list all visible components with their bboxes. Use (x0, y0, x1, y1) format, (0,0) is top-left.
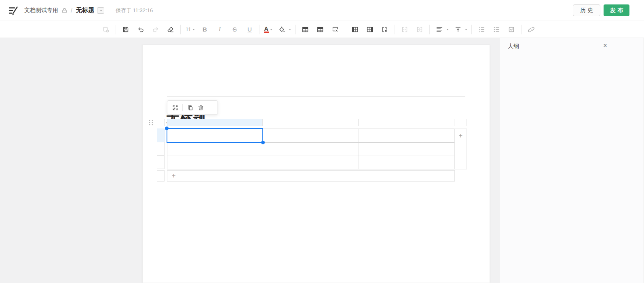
column-indicator-2[interactable] (262, 119, 359, 126)
publish-button[interactable]: 发 布 (604, 4, 629, 16)
fill-color-button[interactable] (276, 24, 291, 35)
italic-icon[interactable]: I (214, 24, 226, 35)
undo-icon[interactable] (135, 24, 146, 35)
selection-handle[interactable] (261, 141, 265, 144)
drag-handle-icon[interactable] (148, 119, 154, 128)
vertical-align-button[interactable] (452, 24, 467, 35)
app-logo-icon[interactable] (8, 5, 19, 16)
ordered-list-icon[interactable] (476, 24, 487, 35)
topbar: 文档测试专用 / 无标题 保存于 11:32:16 历 史 发 布 (0, 0, 644, 21)
toolbar-separator (345, 25, 345, 34)
align-button[interactable] (434, 24, 449, 35)
table-cell[interactable] (263, 143, 359, 156)
table-cell[interactable] (167, 129, 263, 143)
font-size-caret-icon (192, 29, 195, 30)
toolbar-separator (180, 25, 181, 34)
font-size-select[interactable]: 11 (185, 26, 196, 32)
insert-column-left-icon[interactable] (349, 24, 361, 35)
table-cell[interactable] (359, 129, 455, 143)
outline-title: 大纲 (508, 43, 519, 50)
document-menu-button[interactable] (97, 7, 104, 14)
breadcrumb-separator: / (71, 7, 72, 14)
toolbar-separator (260, 25, 260, 34)
insert-image-icon (100, 24, 112, 35)
plus-icon: + (459, 133, 462, 169)
bold-icon[interactable]: B (199, 24, 211, 35)
trash-icon[interactable] (195, 102, 206, 113)
column-indicator-add[interactable] (454, 119, 467, 126)
row-indicator-1[interactable] (157, 129, 165, 142)
underline-icon[interactable]: U (244, 24, 255, 35)
copy-icon[interactable] (185, 102, 195, 113)
redo-icon (150, 24, 161, 35)
fill-color-caret-icon (289, 29, 291, 30)
document-title[interactable]: 无标题 (76, 6, 94, 14)
font-size-value: 11 (186, 26, 191, 32)
table (167, 129, 455, 169)
close-icon[interactable]: × (601, 41, 610, 50)
text-color-icon: A (264, 26, 269, 33)
table-cell[interactable] (167, 156, 263, 169)
insert-row-below-icon[interactable] (315, 24, 326, 35)
split-cells-icon (414, 24, 425, 35)
plus-icon: + (172, 172, 175, 180)
vertical-align-top-icon (452, 24, 464, 35)
delete-row-icon[interactable] (329, 24, 341, 35)
lock-icon (62, 8, 67, 13)
document-page[interactable]: 无标题 (142, 44, 490, 283)
text-color-button[interactable]: A (264, 26, 272, 33)
toolbar-separator (395, 25, 395, 34)
table-cell[interactable] (359, 156, 455, 169)
row-indicator-add[interactable] (157, 170, 165, 182)
table-cell[interactable] (263, 129, 359, 143)
outline-divider (508, 56, 609, 56)
link-icon[interactable] (526, 24, 537, 35)
selection-handle[interactable] (165, 127, 169, 130)
table-cell[interactable] (167, 143, 263, 156)
bullet-list-icon[interactable] (491, 24, 502, 35)
align-left-icon (434, 24, 445, 35)
add-column-button[interactable]: + (454, 129, 467, 169)
merge-cells-icon (399, 24, 410, 35)
save-icon[interactable] (120, 24, 131, 35)
document-menu-caret-icon (100, 10, 102, 11)
float-toolbar-separator (182, 104, 183, 111)
format-toolbar: 11 B I S U A (0, 21, 644, 38)
table-select-all-corner[interactable] (157, 119, 165, 126)
table-cell[interactable] (263, 156, 359, 169)
clear-format-icon[interactable] (165, 24, 176, 35)
title-divider (167, 96, 465, 97)
toolbar-separator (429, 25, 430, 34)
toolbar-separator (471, 25, 472, 34)
expand-icon[interactable] (170, 102, 180, 113)
task-list-icon[interactable] (506, 24, 517, 35)
workspace-name[interactable]: 文档测试专用 (24, 7, 58, 14)
column-indicator-1[interactable] (167, 119, 263, 126)
toolbar-separator (521, 25, 522, 34)
align-caret-icon (446, 29, 449, 30)
add-row-button[interactable]: + (167, 170, 455, 182)
history-button[interactable]: 历 史 (573, 4, 600, 16)
save-status: 保存于 11:32:16 (116, 7, 153, 14)
delete-column-icon[interactable] (379, 24, 391, 35)
strikethrough-icon[interactable]: S (229, 24, 241, 35)
fill-color-icon (276, 24, 287, 35)
table-float-toolbar (167, 100, 218, 115)
row-indicator-2[interactable] (157, 142, 165, 156)
insert-row-above-icon[interactable] (300, 24, 311, 35)
vertical-align-caret-icon (465, 29, 467, 30)
column-indicator-3[interactable] (358, 119, 454, 126)
toolbar-separator (295, 25, 296, 34)
insert-column-right-icon[interactable] (364, 24, 376, 35)
row-indicator-3[interactable] (157, 155, 165, 169)
table-cell[interactable] (359, 143, 455, 156)
outline-panel: 大纲 × (500, 38, 644, 283)
toolbar-separator (116, 25, 116, 34)
text-color-caret-icon (270, 29, 272, 30)
